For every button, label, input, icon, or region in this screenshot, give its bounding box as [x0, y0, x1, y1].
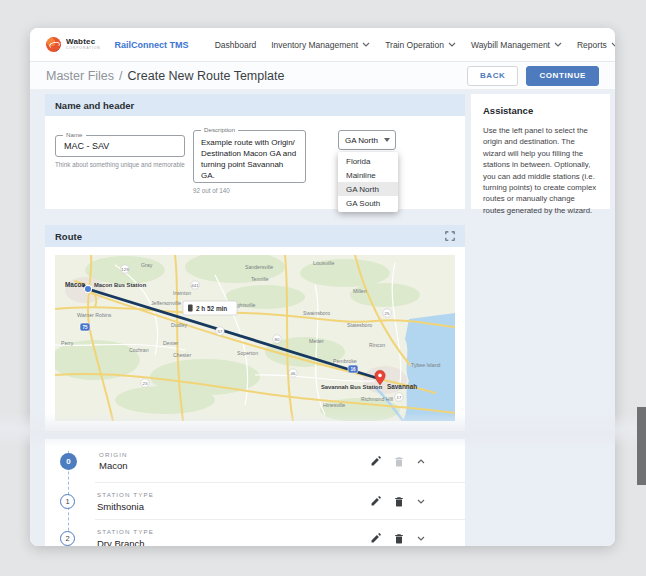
svg-text:57: 57	[218, 329, 223, 334]
station-number-badge: 0	[60, 453, 77, 470]
station-name: Macon	[99, 460, 128, 471]
route-title: Route	[55, 231, 82, 242]
menu-option-florida[interactable]: Florida	[338, 154, 398, 168]
nav-item-label: Waybill Management	[471, 40, 550, 50]
assistance-card: Assistance Use the left panel to select …	[471, 94, 610, 209]
product-name: RailConnect TMS	[115, 40, 189, 50]
map-town-label: Tybee Island	[411, 362, 441, 368]
route-card: Route	[45, 225, 465, 431]
name-and-header-title: Name and header	[45, 94, 465, 116]
fullscreen-icon[interactable]	[445, 231, 455, 241]
nav-item-dashboard[interactable]: Dashboard	[215, 28, 257, 61]
state-route-shield: 25	[383, 309, 391, 317]
state-route-shield: 441	[191, 281, 199, 289]
breadcrumb-section[interactable]: Master Files	[46, 69, 114, 83]
map-town-label: Hinesville	[323, 402, 345, 408]
svg-text:17: 17	[397, 395, 402, 400]
station-type-label: STATION TYPE	[97, 528, 154, 535]
route-card-body: Gray Sandersville Tennille Louisville Ir…	[45, 247, 465, 431]
collapse-chevron-up-icon[interactable]	[417, 459, 425, 464]
svg-text:441: 441	[191, 283, 199, 288]
chevron-down-icon	[611, 42, 615, 47]
nav-item-label: Reports	[577, 40, 607, 50]
name-field-group: Name Think about something unique and me…	[55, 130, 185, 194]
expand-chevron-down-icon[interactable]	[417, 499, 425, 504]
delete-icon[interactable]	[394, 533, 404, 544]
name-input[interactable]	[56, 141, 184, 151]
map-town-label: Soperton	[237, 350, 258, 356]
category-dropdown-menu: Florida Mainline GA North GA South	[338, 152, 398, 212]
brand-divider	[198, 34, 205, 55]
map-town-label: Richmond Hill	[361, 396, 393, 402]
app-window: Wabtec CORPORATION RailConnect TMS Dashb…	[30, 28, 615, 546]
map-town-label: Rincon	[369, 342, 385, 348]
station-name: Smithsonia	[97, 501, 154, 512]
map-town-label: Irwinton	[173, 290, 191, 296]
map-town-label: Statesboro	[347, 322, 372, 328]
category-selected-value: GA North	[345, 136, 384, 145]
interstate-shield: 75	[80, 323, 90, 331]
state-route-shield: 17	[395, 393, 403, 401]
brand-company: Wabtec	[66, 38, 101, 46]
description-value: Example route with Origin/ Destination M…	[201, 137, 299, 181]
description-input[interactable]: Description Example route with Origin/ D…	[193, 130, 306, 183]
right-column: Assistance Use the left panel to select …	[471, 94, 610, 546]
map-town-label: Jeffersonville	[151, 300, 181, 306]
svg-text:46: 46	[291, 371, 296, 376]
map-town-label: Perry	[61, 340, 74, 346]
state-route-shield: 80	[273, 335, 281, 343]
station-number-badge: 2	[60, 531, 75, 546]
select-arrow-icon	[384, 138, 390, 142]
chevron-down-icon	[448, 42, 456, 47]
nav-item-label: Inventory Management	[271, 40, 358, 50]
map-town-label: Chester	[173, 352, 191, 358]
brand-company-sub: CORPORATION	[66, 47, 101, 51]
map-town-label: Metter	[309, 338, 324, 344]
map-destination-city-label: Savannah	[387, 383, 417, 390]
screen: Wabtec CORPORATION RailConnect TMS Dashb…	[0, 0, 646, 576]
back-button[interactable]: BACK	[467, 66, 519, 86]
edit-icon[interactable]	[370, 496, 381, 507]
map-town-label: Louisville	[313, 260, 334, 266]
origin-marker[interactable]	[84, 285, 91, 292]
nav-item-label: Train Operation	[385, 40, 444, 50]
delete-icon[interactable]	[394, 496, 404, 507]
map-town-label: Cochran	[129, 347, 149, 353]
page-scrollbar-thumb[interactable]	[637, 407, 646, 485]
stations-list-card: 0 ORIGIN Macon 1	[45, 439, 465, 546]
description-field-label: Description	[201, 127, 238, 133]
station-row-1: 1 STATION TYPE Smithsonia	[45, 483, 465, 520]
svg-text:23: 23	[143, 381, 148, 386]
left-column: Name and header Name Think about somethi…	[45, 94, 465, 546]
state-route-shield: 46	[289, 369, 297, 377]
edit-icon[interactable]	[370, 533, 381, 544]
chevron-down-icon	[362, 42, 370, 47]
expand-chevron-down-icon[interactable]	[417, 536, 425, 541]
content-area: Name and header Name Think about somethi…	[30, 90, 615, 546]
menu-option-ga-north[interactable]: GA North	[338, 182, 398, 196]
brand-text: Wabtec CORPORATION	[66, 38, 101, 51]
menu-option-ga-south[interactable]: GA South	[338, 196, 398, 210]
nav-item-label: Dashboard	[215, 40, 257, 50]
name-and-header-body: Name Think about something unique and me…	[45, 116, 465, 194]
svg-text:75: 75	[82, 325, 88, 330]
nav-item-inventory-management[interactable]: Inventory Management	[271, 28, 370, 61]
menu-option-mainline[interactable]: Mainline	[338, 168, 398, 182]
delete-icon[interactable]	[394, 456, 404, 467]
nav-item-reports[interactable]: Reports	[577, 28, 615, 61]
nav-item-train-operation[interactable]: Train Operation	[385, 28, 456, 61]
continue-button[interactable]: CONTINUE	[526, 66, 599, 86]
edit-icon[interactable]	[370, 456, 381, 467]
svg-text:129: 129	[121, 267, 129, 272]
map-town-label: Gray	[141, 262, 153, 268]
category-field-group: GA North Florida Mainline GA North GA So…	[338, 130, 398, 194]
brand-logo[interactable]: Wabtec CORPORATION RailConnect TMS	[46, 28, 189, 61]
state-route-shield: 23	[141, 379, 149, 387]
route-map[interactable]: Gray Sandersville Tennille Louisville Ir…	[55, 255, 455, 421]
category-select[interactable]: GA North	[338, 130, 396, 150]
station-type-label: STATION TYPE	[97, 491, 154, 498]
nav-item-waybill-management[interactable]: Waybill Management	[471, 28, 562, 61]
chevron-down-icon	[554, 42, 562, 47]
train-icon	[188, 305, 193, 312]
map-destination-poi-label: Savannah Bus Station	[321, 384, 383, 390]
